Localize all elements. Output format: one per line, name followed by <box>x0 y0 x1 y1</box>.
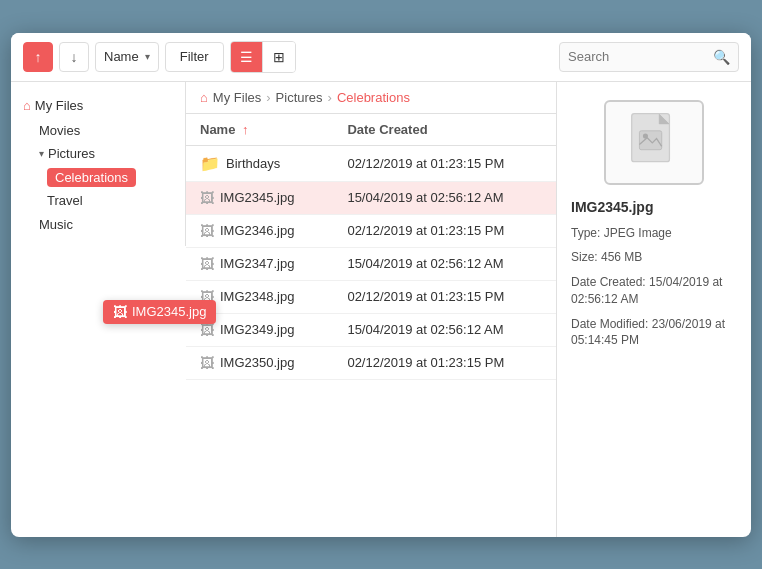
detail-modified: Date Modified: 23/06/2019 at 05:14:45 PM <box>571 316 737 350</box>
file-preview-svg <box>624 112 684 172</box>
file-name-cell: 📁Birthdays <box>186 145 333 181</box>
file-date: 02/12/2019 at 01:23:15 PM <box>333 145 556 181</box>
sort-up-button[interactable]: ↑ <box>23 42 53 72</box>
table-row[interactable]: 🖼IMG2348.jpg02/12/2019 at 01:23:15 PM <box>186 280 556 313</box>
breadcrumb-pictures[interactable]: Pictures <box>276 90 323 105</box>
filter-button[interactable]: Filter <box>165 42 224 72</box>
file-name-cell: 🖼IMG2350.jpg <box>186 346 333 379</box>
detail-size: Size: 456 MB <box>571 249 642 266</box>
sort-name-selector[interactable]: Name ▾ <box>95 42 159 72</box>
table-row[interactable]: 📁Birthdays02/12/2019 at 01:23:15 PM <box>186 145 556 181</box>
file-name-cell: 🖼IMG2349.jpg <box>186 313 333 346</box>
sort-arrow-icon: ↑ <box>242 122 249 137</box>
breadcrumb-myfiles[interactable]: My Files <box>213 90 261 105</box>
file-name-cell: 🖼IMG2346.jpg <box>186 214 333 247</box>
main-area: ⌂ My Files Movies ▾ Pictures Celebration… <box>11 82 751 537</box>
breadcrumb-home-icon: ⌂ <box>200 90 208 105</box>
file-name: IMG2346.jpg <box>220 223 294 238</box>
file-icon: 🖼 <box>200 322 214 338</box>
grid-view-button[interactable]: ⊞ <box>263 42 295 72</box>
sidebar-item-travel[interactable]: Travel <box>11 190 185 211</box>
file-name-cell: 🖼IMG2348.jpg <box>186 280 333 313</box>
list-view-button[interactable]: ☰ <box>231 42 263 72</box>
table-row[interactable]: 🖼IMG2345.jpg15/04/2019 at 02:56:12 AM <box>186 181 556 214</box>
breadcrumb-sep1: › <box>266 90 270 105</box>
sidebar-item-movies[interactable]: Movies <box>11 119 185 142</box>
folder-icon: 📁 <box>200 154 220 173</box>
chevron-down-icon: ▾ <box>145 51 150 62</box>
sidebar-root-myfiles[interactable]: ⌂ My Files <box>11 92 185 119</box>
view-toggle: ☰ ⊞ <box>230 41 296 73</box>
file-icon: 🖼 <box>200 223 214 239</box>
file-icon: 🖼 <box>200 256 214 272</box>
file-name: IMG2347.jpg <box>220 256 294 271</box>
list-icon: ☰ <box>240 49 253 65</box>
breadcrumb: ⌂ My Files › Pictures › Celebrations <box>186 82 556 114</box>
file-icon: 🖼 <box>200 289 214 305</box>
file-date: 02/12/2019 at 01:23:15 PM <box>333 280 556 313</box>
file-icon: 🖼 <box>200 355 214 371</box>
file-date: 15/04/2019 at 02:56:12 AM <box>333 181 556 214</box>
home-icon: ⌂ <box>23 98 31 113</box>
file-name: IMG2348.jpg <box>220 289 294 304</box>
file-name: IMG2345.jpg <box>220 190 294 205</box>
table-row[interactable]: 🖼IMG2350.jpg02/12/2019 at 01:23:15 PM <box>186 346 556 379</box>
file-name: Birthdays <box>226 156 280 171</box>
file-name-cell: 🖼IMG2345.jpg <box>186 181 333 214</box>
detail-created: Date Created: 15/04/2019 at 02:56:12 AM <box>571 274 737 308</box>
sidebar-item-celebrations[interactable]: Celebrations <box>11 165 185 190</box>
expand-arrow-icon: ▾ <box>39 148 44 159</box>
detail-filename: IMG2345.jpg <box>571 199 653 215</box>
file-name-cell: 🖼IMG2347.jpg <box>186 247 333 280</box>
sidebar: ⌂ My Files Movies ▾ Pictures Celebration… <box>11 82 186 246</box>
table-row[interactable]: 🖼IMG2349.jpg15/04/2019 at 02:56:12 AM <box>186 313 556 346</box>
col-date-header[interactable]: Date Created <box>333 114 556 146</box>
sort-name-label: Name <box>104 49 139 64</box>
file-name: IMG2349.jpg <box>220 322 294 337</box>
search-input[interactable] <box>568 49 707 64</box>
toolbar: ↑ ↓ Name ▾ Filter ☰ ⊞ 🔍 <box>11 33 751 82</box>
detail-type: Type: JPEG Image <box>571 225 672 242</box>
table-row[interactable]: 🖼IMG2346.jpg02/12/2019 at 01:23:15 PM <box>186 214 556 247</box>
file-table: Name ↑ Date Created 📁Birthdays02/12/2019… <box>186 114 556 537</box>
table-header-row: Name ↑ Date Created <box>186 114 556 146</box>
file-preview <box>604 100 704 185</box>
sidebar-item-music[interactable]: Music <box>11 213 185 236</box>
search-box: 🔍 <box>559 42 739 72</box>
celebrations-badge: Celebrations <box>47 168 136 187</box>
detail-panel: IMG2345.jpg Type: JPEG Image Size: 456 M… <box>556 82 751 537</box>
file-name: IMG2350.jpg <box>220 355 294 370</box>
grid-icon: ⊞ <box>273 49 285 65</box>
drag-file-icon: 🖼 <box>113 304 127 320</box>
file-icon: 🖼 <box>200 190 214 206</box>
col-name-header[interactable]: Name ↑ <box>186 114 333 146</box>
search-icon: 🔍 <box>713 49 730 65</box>
file-list-area: ⌂ My Files › Pictures › Celebrations Nam… <box>186 82 556 537</box>
sidebar-root-label: My Files <box>35 98 83 113</box>
table-row[interactable]: 🖼IMG2347.jpg15/04/2019 at 02:56:12 AM <box>186 247 556 280</box>
sidebar-item-pictures[interactable]: ▾ Pictures <box>11 142 185 165</box>
file-date: 02/12/2019 at 01:23:15 PM <box>333 346 556 379</box>
file-date: 02/12/2019 at 01:23:15 PM <box>333 214 556 247</box>
sort-down-button[interactable]: ↓ <box>59 42 89 72</box>
file-date: 15/04/2019 at 02:56:12 AM <box>333 313 556 346</box>
breadcrumb-current: Celebrations <box>337 90 410 105</box>
breadcrumb-sep2: › <box>328 90 332 105</box>
file-date: 15/04/2019 at 02:56:12 AM <box>333 247 556 280</box>
app-window: ↑ ↓ Name ▾ Filter ☰ ⊞ 🔍 ⌂ My Files <box>11 33 751 537</box>
